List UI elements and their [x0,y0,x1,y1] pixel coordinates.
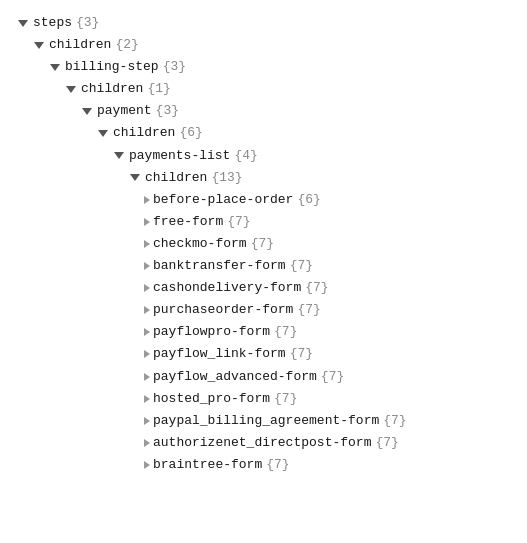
count-hosted-pro-form: {7} [274,388,297,410]
label-braintree-form: braintree-form [153,454,262,476]
count-steps: {3} [76,12,99,34]
leaf-arrow-icon [144,196,150,204]
count-banktransfer-form: {7} [290,255,313,277]
list-item[interactable]: before-place-order {6} [16,189,511,211]
toggle-children-l5[interactable] [96,127,110,141]
count-free-form: {7} [227,211,250,233]
row-payment[interactable]: payment {3} [16,100,511,122]
label-children-l7: children [145,167,207,189]
list-item[interactable]: payflow_advanced-form {7} [16,366,511,388]
label-payflow-advanced-form: payflow_advanced-form [153,366,317,388]
row-payments-list[interactable]: payments-list {4} [16,145,511,167]
count-cashondelivery-form: {7} [305,277,328,299]
count-braintree-form: {7} [266,454,289,476]
label-purchaseorder-form: purchaseorder-form [153,299,293,321]
count-payment: {3} [156,100,179,122]
list-item[interactable]: authorizenet_directpost-form {7} [16,432,511,454]
count-children-l5: {6} [179,122,202,144]
leaf-arrow-icon [144,461,150,469]
list-item[interactable]: cashondelivery-form {7} [16,277,511,299]
count-payments-list: {4} [234,145,257,167]
label-payflow-link-form: payflow_link-form [153,343,286,365]
leaf-arrow-icon [144,328,150,336]
children-payment: children {6} [16,122,511,476]
label-payflowpro-form: payflowpro-form [153,321,270,343]
label-banktransfer-form: banktransfer-form [153,255,286,277]
count-children-l1: {2} [115,34,138,56]
label-free-form: free-form [153,211,223,233]
tree-view: steps {3} children {2} [16,12,511,476]
list-item[interactable]: free-form {7} [16,211,511,233]
toggle-children-l1[interactable] [32,38,46,52]
toggle-payments-list[interactable] [112,149,126,163]
children-l3-container: payment {3} [16,100,511,476]
label-billing-step: billing-step [65,56,159,78]
leaf-arrow-icon [144,306,150,314]
leaf-arrow-icon [144,262,150,270]
label-before-place-order: before-place-order [153,189,293,211]
count-children-l7: {13} [211,167,242,189]
label-paypal-billing-agreement-form: paypal_billing_agreement-form [153,410,379,432]
leaf-arrow-icon [144,350,150,358]
row-billing-step[interactable]: billing-step {3} [16,56,511,78]
children-l5-container: payments-list {4} [16,145,511,476]
label-children-l5: children [113,122,175,144]
toggle-payment[interactable] [80,104,94,118]
leaf-arrow-icon [144,395,150,403]
row-children-l5[interactable]: children {6} [16,122,511,144]
label-authorizenet-directpost-form: authorizenet_directpost-form [153,432,371,454]
label-payments-list: payments-list [129,145,230,167]
toggle-children-l3[interactable] [64,82,78,96]
children-l1-container: billing-step {3} children {1} [16,56,511,476]
list-item[interactable]: checkmo-form {7} [16,233,511,255]
label-steps: steps [33,12,72,34]
list-item[interactable]: braintree-form {7} [16,454,511,476]
row-children-l3[interactable]: children {1} [16,78,511,100]
count-payflow-advanced-form: {7} [321,366,344,388]
leaf-arrow-icon [144,284,150,292]
leaf-arrow-icon [144,240,150,248]
count-children-l3: {1} [147,78,170,100]
count-authorizenet-directpost-form: {7} [375,432,398,454]
label-children-l3: children [81,78,143,100]
list-item[interactable]: paypal_billing_agreement-form {7} [16,410,511,432]
label-checkmo-form: checkmo-form [153,233,247,255]
label-cashondelivery-form: cashondelivery-form [153,277,301,299]
list-item[interactable]: banktransfer-form {7} [16,255,511,277]
toggle-billing-step[interactable] [48,60,62,74]
list-item[interactable]: payflow_link-form {7} [16,343,511,365]
children-payments-list: children {13} before-place-orde [16,167,511,476]
count-purchaseorder-form: {7} [297,299,320,321]
count-payflowpro-form: {7} [274,321,297,343]
count-paypal-billing-agreement-form: {7} [383,410,406,432]
leaf-arrow-icon [144,373,150,381]
list-item[interactable]: hosted_pro-form {7} [16,388,511,410]
leaf-arrow-icon [144,218,150,226]
list-item[interactable]: purchaseorder-form {7} [16,299,511,321]
count-checkmo-form: {7} [251,233,274,255]
label-hosted-pro-form: hosted_pro-form [153,388,270,410]
children-l7-container: before-place-order {6} free-form {7} [16,189,511,476]
label-children-l1: children [49,34,111,56]
leaf-arrow-icon [144,439,150,447]
children-billing-step: children {1} payme [16,78,511,476]
label-payment: payment [97,100,152,122]
leaf-arrow-icon [144,417,150,425]
list-item[interactable]: payflowpro-form {7} [16,321,511,343]
count-before-place-order: {6} [297,189,320,211]
row-children-l1[interactable]: children {2} [16,34,511,56]
toggle-children-l7[interactable] [128,171,142,185]
node-steps: steps {3} children {2} [16,12,511,476]
count-payflow-link-form: {7} [290,343,313,365]
row-steps[interactable]: steps {3} [16,12,511,34]
count-billing-step: {3} [163,56,186,78]
toggle-steps[interactable] [16,16,30,30]
children-steps: children {2} billing-step {3} [16,34,511,476]
row-children-l7[interactable]: children {13} [16,167,511,189]
